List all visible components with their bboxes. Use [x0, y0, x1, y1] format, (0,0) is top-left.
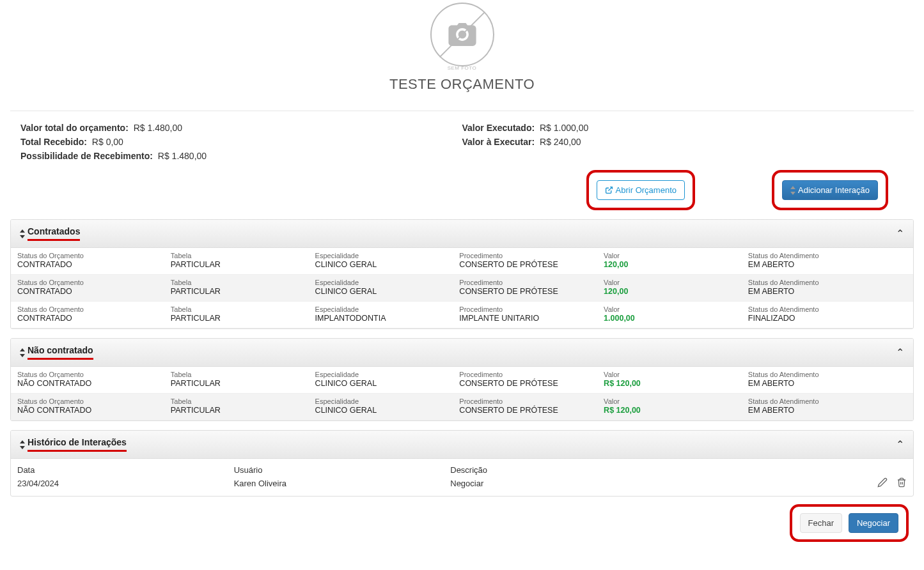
highlight-footer-buttons: Fechar Negociar: [790, 504, 909, 542]
cell-value: FINALIZADO: [748, 314, 907, 323]
valor-total-label: Valor total do orçamento:: [20, 123, 129, 133]
panel-header-contratados[interactable]: Contratados ⌃: [11, 220, 913, 248]
table-cell: ProcedimentoCONSERTO DE PRÓTESE: [453, 275, 597, 302]
negociar-button[interactable]: Negociar: [849, 513, 898, 533]
table-cell: Status do OrçamentoNÃO CONTRATADO: [11, 367, 164, 394]
valor-a-executar-value: R$ 240,00: [540, 137, 581, 147]
possibilidade-label: Possibilidade de Recebimento:: [20, 151, 153, 161]
panel-nao-contratado: Não contratado ⌃ Status do OrçamentoNÃO …: [10, 338, 914, 421]
cell-value: CONSERTO DE PRÓTESE: [459, 260, 591, 269]
cell-label: Procedimento: [459, 252, 591, 259]
svg-line-0: [608, 187, 612, 191]
table-cell: Status do AtendimentoFINALIZADO: [742, 302, 913, 328]
abrir-orcamento-button[interactable]: Abrir Orçamento: [597, 180, 685, 200]
table-historico: Data Usuário Descrição 23/04/2024Karen O…: [11, 459, 913, 496]
table-cell: TabelaPARTICULAR: [164, 367, 309, 394]
cell-value: IMPLANTODONTIA: [315, 314, 447, 323]
cell-label: Especialidade: [315, 252, 447, 259]
cell-value: CLINICO GERAL: [315, 379, 447, 388]
table-cell: Status do OrçamentoCONTRATADO: [11, 302, 164, 328]
footer-actions: Fechar Negociar: [5, 497, 919, 550]
abrir-orcamento-label: Abrir Orçamento: [616, 185, 677, 195]
cell-label: Procedimento: [459, 279, 591, 286]
panel-header-nao-contratado[interactable]: Não contratado ⌃: [11, 339, 913, 367]
table-cell: ProcedimentoIMPLANTE UNITARIO: [453, 302, 597, 328]
table-cell: TabelaPARTICULAR: [164, 248, 309, 275]
panel-title-nao-contratado: Não contratado: [27, 345, 93, 360]
cell-label: Status do Orçamento: [17, 279, 158, 286]
cell-label: Valor: [604, 279, 735, 286]
table-cell: Status do OrçamentoCONTRATADO: [11, 275, 164, 302]
table-cell: ValorR$ 120,00: [597, 394, 742, 420]
table-cell: Valor120,00: [597, 275, 742, 302]
table-row: Status do OrçamentoCONTRATADOTabelaPARTI…: [11, 275, 913, 302]
summary-section: Valor total do orçamento: R$ 1.480,00 To…: [5, 123, 919, 165]
cell-label: Tabela: [171, 305, 302, 313]
cell-value: EM ABERTO: [748, 379, 907, 388]
valor-total-value: R$ 1.480,00: [134, 123, 182, 133]
table-contratados: Status do OrçamentoCONTRATADOTabelaPARTI…: [11, 248, 913, 328]
hist-cell-usuario: Karen Oliveira: [228, 476, 444, 496]
cell-value: CONSERTO DE PRÓTESE: [459, 379, 591, 388]
table-row: Status do OrçamentoCONTRATADOTabelaPARTI…: [11, 302, 913, 328]
cell-label: Procedimento: [459, 305, 591, 313]
cell-value: EM ABERTO: [748, 260, 907, 269]
table-cell: Status do AtendimentoEM ABERTO: [742, 367, 913, 394]
summary-right: Valor Executado: R$ 1.000,00 Valor à Exe…: [462, 123, 904, 165]
table-row: Status do OrçamentoNÃO CONTRATADOTabelaP…: [11, 367, 913, 394]
cell-label: Valor: [604, 397, 735, 405]
cell-label: Status do Orçamento: [17, 252, 158, 259]
cell-label: Especialidade: [315, 397, 447, 405]
external-link-icon: [605, 186, 613, 194]
cell-label: Status do Atendimento: [748, 279, 907, 286]
cell-value: CONTRATADO: [17, 287, 158, 296]
table-row: Status do OrçamentoNÃO CONTRATADOTabelaP…: [11, 394, 913, 420]
chevron-up-icon[interactable]: ⌃: [896, 438, 904, 451]
table-cell: Status do AtendimentoEM ABERTO: [742, 275, 913, 302]
panel-header-historico[interactable]: Histórico de Interações ⌃: [11, 431, 913, 459]
fechar-button[interactable]: Fechar: [800, 513, 842, 533]
total-recebido-value: R$ 0,00: [92, 137, 123, 147]
trash-icon[interactable]: [895, 477, 907, 489]
valor-executado-label: Valor Executado:: [462, 123, 535, 133]
cell-label: Valor: [604, 252, 735, 259]
cell-value: CONSERTO DE PRÓTESE: [459, 406, 591, 415]
sort-icon: [20, 229, 25, 238]
table-cell: EspecialidadeCLINICO GERAL: [309, 367, 453, 394]
action-buttons-row: Abrir Orçamento Adicionar Interação: [5, 165, 919, 210]
sort-icon: [20, 440, 25, 449]
total-recebido-label: Total Recebido:: [20, 137, 87, 147]
cell-value: PARTICULAR: [171, 260, 302, 269]
table-cell: Valor120,00: [597, 248, 742, 275]
cell-value: CLINICO GERAL: [315, 406, 447, 415]
table-cell: EspecialidadeCLINICO GERAL: [309, 248, 453, 275]
cell-label: Tabela: [171, 397, 302, 405]
edit-icon[interactable]: [876, 477, 888, 489]
cell-value: CONSERTO DE PRÓTESE: [459, 287, 591, 296]
table-cell: TabelaPARTICULAR: [164, 302, 309, 328]
divider: [10, 111, 914, 111]
table-row: 23/04/2024Karen OliveiraNegociar: [11, 476, 913, 496]
cell-label: Valor: [604, 371, 735, 378]
panel-historico: Histórico de Interações ⌃ Data Usuário D…: [10, 430, 914, 497]
chevron-up-icon[interactable]: ⌃: [896, 346, 904, 358]
chevron-up-icon[interactable]: ⌃: [896, 227, 904, 240]
hist-header-usuario: Usuário: [228, 459, 444, 476]
cell-label: Status do Orçamento: [17, 371, 158, 378]
cell-value: PARTICULAR: [171, 287, 302, 296]
cell-label: Status do Atendimento: [748, 397, 907, 405]
possibilidade-value: R$ 1.480,00: [158, 151, 207, 161]
table-cell: Valor1.000,00: [597, 302, 742, 328]
cell-value: NÃO CONTRATADO: [17, 406, 158, 415]
cell-label: Especialidade: [315, 279, 447, 286]
table-cell: Status do OrçamentoCONTRATADO: [11, 248, 164, 275]
cell-label: Status do Atendimento: [748, 371, 907, 378]
highlight-adicionar-interacao: Adicionar Interação: [772, 170, 888, 210]
cell-value: 120,00: [604, 260, 735, 269]
table-cell: Status do AtendimentoEM ABERTO: [742, 248, 913, 275]
table-cell: EspecialidadeCLINICO GERAL: [309, 275, 453, 302]
cell-value: PARTICULAR: [171, 379, 302, 388]
valor-a-executar-label: Valor à Executar:: [462, 137, 535, 147]
adicionar-interacao-button[interactable]: Adicionar Interação: [782, 180, 878, 200]
panel-title-historico: Histórico de Interações: [27, 437, 127, 452]
